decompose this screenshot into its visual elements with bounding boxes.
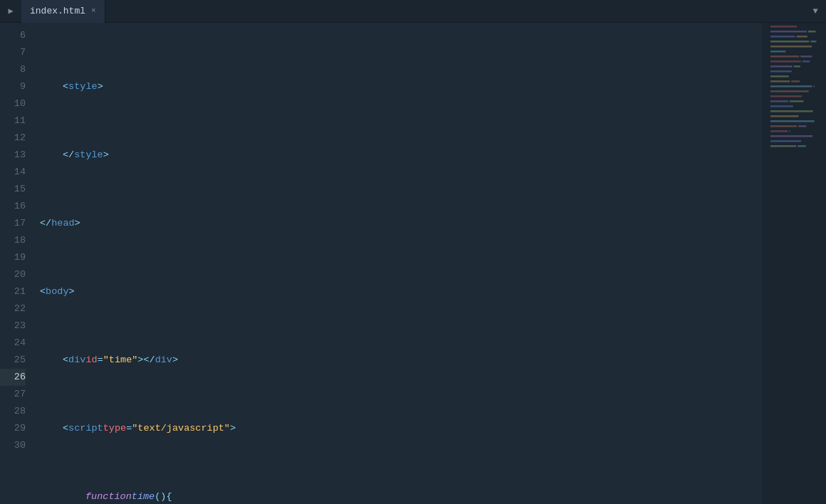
ln-10: 10 (0, 95, 26, 112)
code-content[interactable]: <style> </style> </head> <body> <div id=… (34, 23, 762, 504)
ln-16: 16 (0, 198, 26, 215)
ln-21: 21 (0, 283, 26, 300)
ln-26: 26 (0, 369, 26, 386)
ln-25: 25 (0, 352, 26, 369)
code-line-9: <body> (40, 283, 762, 300)
ln-24: 24 (0, 335, 26, 352)
tab-label: index.html (30, 6, 85, 16)
ln-15: 15 (0, 181, 26, 198)
tab-index-html[interactable]: index.html × (21, 0, 105, 23)
ln-12: 12 (0, 130, 26, 147)
tab-scroll-right[interactable]: ▼ (805, 0, 826, 23)
code-line-10: <div id="time"></div> (40, 352, 762, 369)
ln-19: 19 (0, 249, 26, 266)
ln-14: 14 (0, 164, 26, 181)
ln-18: 18 (0, 232, 26, 249)
ln-17: 17 (0, 215, 26, 232)
ln-6: 6 (0, 27, 26, 44)
ln-23: 23 (0, 317, 26, 335)
code-line-7: </style> (40, 147, 762, 164)
tab-close-button[interactable]: × (91, 7, 96, 15)
line-numbers: 6 7 8 9 10 11 12 13 14 15 16 17 18 19 20… (0, 23, 34, 504)
ln-27: 27 (0, 386, 26, 403)
code-line-6: <style> (40, 78, 762, 95)
ln-28: 28 (0, 403, 26, 420)
ln-30: 30 (0, 437, 26, 454)
ln-22: 22 (0, 300, 26, 317)
minimap-canvas (769, 23, 826, 165)
code-area: 6 7 8 9 10 11 12 13 14 15 16 17 18 19 20… (0, 23, 826, 504)
tab-scroll-left[interactable]: ▶ (0, 0, 21, 23)
ln-9: 9 (0, 78, 26, 95)
ln-13: 13 (0, 147, 26, 164)
ln-29: 29 (0, 420, 26, 437)
minimap[interactable] (762, 23, 826, 504)
ln-11: 11 (0, 112, 26, 130)
ln-8: 8 (0, 61, 26, 78)
editor: ▶ index.html × ▼ 6 7 8 9 10 11 12 13 14 … (0, 0, 826, 504)
tab-bar: ▶ index.html × ▼ (0, 0, 826, 23)
code-line-12: function time(){ (40, 488, 762, 504)
ln-20: 20 (0, 266, 26, 283)
code-line-8: </head> (40, 215, 762, 232)
code-line-11: <script type="text/javascript"> (40, 420, 762, 437)
ln-7: 7 (0, 44, 26, 61)
